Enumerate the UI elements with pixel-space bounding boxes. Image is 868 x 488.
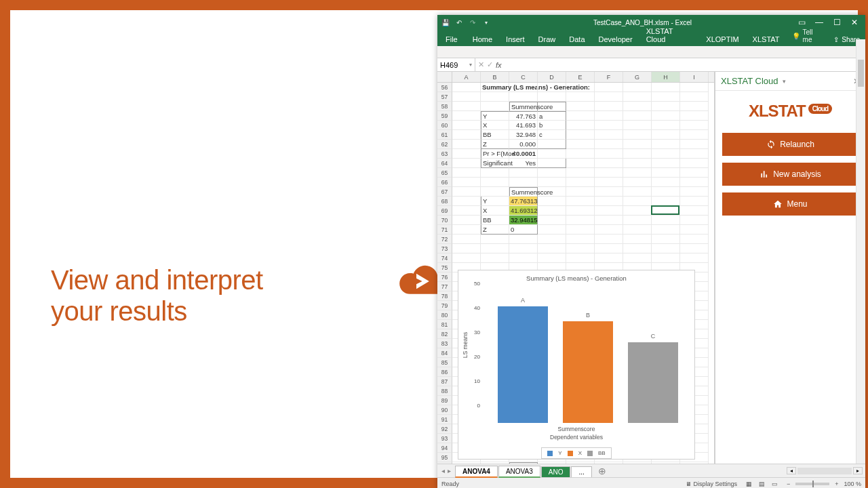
row-header[interactable]: 74: [437, 253, 452, 263]
cell-C63[interactable]: <0.0001: [509, 149, 538, 159]
cell-E70[interactable]: [566, 216, 595, 225]
cell-A65[interactable]: [452, 168, 481, 178]
cell-G65[interactable]: [623, 168, 652, 178]
cell-H56[interactable]: [652, 83, 680, 92]
row-header[interactable]: 62: [437, 140, 452, 149]
cell-A64[interactable]: [452, 159, 481, 168]
sidepane-dropdown-icon[interactable]: ▾: [783, 78, 786, 85]
tab-draw[interactable]: Draw: [532, 33, 563, 46]
cell-E67[interactable]: [566, 187, 595, 197]
row-header[interactable]: 85: [437, 358, 452, 367]
cell-I72[interactable]: [680, 235, 709, 244]
row-header[interactable]: 57: [437, 92, 452, 102]
cell-G58[interactable]: [623, 102, 652, 111]
cell-D57[interactable]: [538, 92, 566, 102]
column-header-C[interactable]: C: [509, 72, 538, 82]
undo-icon[interactable]: ↶: [454, 19, 465, 26]
cell-H74[interactable]: [652, 253, 680, 263]
cell-E58[interactable]: [566, 102, 595, 111]
cell-G64[interactable]: [623, 159, 652, 168]
menu-button[interactable]: Menu: [722, 192, 859, 216]
cell-A61[interactable]: [452, 130, 481, 140]
tab-xlstat-cloud[interactable]: XLSTAT Cloud: [639, 24, 700, 46]
cell-C69[interactable]: 41.69312: [509, 206, 538, 216]
cell-H70[interactable]: [652, 216, 680, 225]
cell-E68[interactable]: [566, 197, 595, 206]
select-all-corner[interactable]: [437, 72, 452, 82]
cell-E73[interactable]: [566, 244, 595, 253]
cell-I62[interactable]: [680, 140, 709, 149]
cell-A72[interactable]: [452, 235, 481, 244]
cell-E56[interactable]: [566, 83, 595, 92]
row-header[interactable]: 78: [437, 291, 452, 301]
cell-I58[interactable]: [680, 102, 709, 111]
hscroll-right-icon[interactable]: ▸: [853, 467, 863, 474]
row-header[interactable]: 90: [437, 405, 452, 415]
cell-H62[interactable]: [652, 140, 680, 149]
tab-insert[interactable]: Insert: [499, 33, 532, 46]
tab-developer[interactable]: Developer: [592, 33, 639, 46]
cell-D74[interactable]: [538, 253, 566, 263]
cell-C73[interactable]: [509, 244, 538, 253]
cell-B66[interactable]: [481, 178, 509, 187]
cell-B96[interactable]: [481, 462, 509, 464]
cell-B57[interactable]: [481, 92, 509, 102]
cell-F66[interactable]: [595, 178, 623, 187]
cell-D96[interactable]: [538, 462, 566, 464]
cell-G73[interactable]: [623, 244, 652, 253]
cell-B59[interactable]: Y: [481, 111, 509, 121]
row-header[interactable]: 60: [437, 121, 452, 130]
enter-formula-icon[interactable]: ✓: [487, 60, 493, 69]
cell-D58[interactable]: [538, 102, 566, 111]
cell-F61[interactable]: [595, 130, 623, 140]
row-header[interactable]: 84: [437, 348, 452, 358]
cell-B74[interactable]: [481, 253, 509, 263]
column-header-F[interactable]: F: [595, 72, 623, 82]
cell-F68[interactable]: [595, 197, 623, 206]
sheet-tab-ano[interactable]: ANO: [541, 466, 571, 477]
row-header[interactable]: 92: [437, 424, 452, 434]
cell-C61[interactable]: 32.948: [509, 130, 538, 140]
save-icon[interactable]: 💾: [440, 19, 451, 26]
cell-D65[interactable]: [538, 168, 566, 178]
cell-B63[interactable]: Pr > F(Mod: [481, 149, 509, 159]
column-header-A[interactable]: A: [452, 72, 481, 82]
sheet-tab-anova3[interactable]: ANOVA3: [498, 466, 540, 478]
cell-H60[interactable]: [652, 121, 680, 130]
new-sheet-button[interactable]: ⊕: [593, 466, 612, 476]
cell-E61[interactable]: [566, 130, 595, 140]
cell-H72[interactable]: [652, 235, 680, 244]
cell-F65[interactable]: [595, 168, 623, 178]
cell-F67[interactable]: [595, 187, 623, 197]
row-header[interactable]: 89: [437, 396, 452, 405]
cell-G74[interactable]: [623, 253, 652, 263]
cell-H71[interactable]: [652, 225, 680, 235]
cell-I67[interactable]: [680, 187, 709, 197]
row-header[interactable]: 69: [437, 206, 452, 216]
tab-nav-first-icon[interactable]: ◂: [441, 467, 445, 474]
row-header[interactable]: 93: [437, 434, 452, 443]
cell-A67[interactable]: [452, 187, 481, 197]
row-header[interactable]: 61: [437, 130, 452, 140]
row-header[interactable]: 59: [437, 111, 452, 121]
cell-B73[interactable]: [481, 244, 509, 253]
cell-I60[interactable]: [680, 121, 709, 130]
cell-G72[interactable]: [623, 235, 652, 244]
cell-H96[interactable]: [652, 462, 680, 464]
zoom-level[interactable]: 100 %: [844, 481, 861, 487]
row-header[interactable]: 68: [437, 197, 452, 206]
cell-F59[interactable]: [595, 111, 623, 121]
cell-H66[interactable]: [652, 178, 680, 187]
column-header-I[interactable]: I: [680, 72, 709, 82]
cell-D62[interactable]: [538, 140, 566, 149]
cell-F56[interactable]: [595, 83, 623, 92]
horizontal-scrollbar[interactable]: [797, 468, 852, 474]
cell-A59[interactable]: [452, 111, 481, 121]
cell-C60[interactable]: 41.693: [509, 121, 538, 130]
display-settings-button[interactable]: 🖥 Display Settings: [686, 481, 737, 487]
cell-F70[interactable]: [595, 216, 623, 225]
cell-A60[interactable]: [452, 121, 481, 130]
cell-G60[interactable]: [623, 121, 652, 130]
row-header[interactable]: 87: [437, 377, 452, 386]
cell-D70[interactable]: [538, 216, 566, 225]
